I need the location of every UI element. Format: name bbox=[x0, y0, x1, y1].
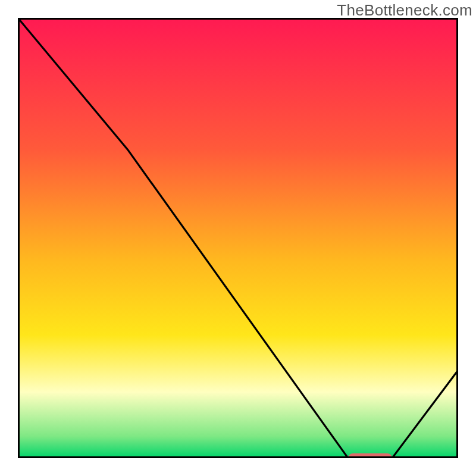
watermark-text: TheBottleneck.com bbox=[337, 1, 472, 20]
chart-svg bbox=[18, 18, 458, 458]
plot-area bbox=[18, 18, 458, 458]
chart-container: TheBottleneck.com bbox=[0, 0, 476, 476]
gradient-background bbox=[18, 18, 458, 458]
